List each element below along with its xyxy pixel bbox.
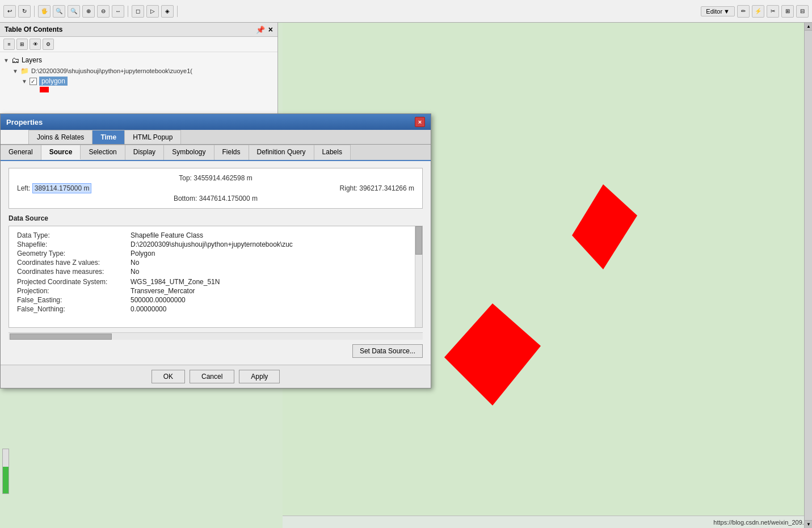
tab-html-popup[interactable]: HTML Popup	[125, 130, 181, 144]
dialog-buttons: OK Cancel Apply	[1, 365, 431, 388]
scroll-up-button[interactable]: ▲	[805, 23, 812, 31]
toolbar-edit-1[interactable]: ✏	[737, 5, 750, 18]
table-of-contents-panel: Table Of Contents 📌 × ≡ ⊞ 👁 ⚙ ▼ 🗂 Layers…	[0, 23, 278, 119]
toc-btn-grid[interactable]: ⊞	[16, 39, 28, 50]
editor-label: Editor	[706, 8, 722, 15]
datasource-scrollbar-thumb[interactable]	[415, 226, 422, 255]
toolbar-btn-8[interactable]: ↔	[112, 5, 124, 18]
ok-button[interactable]: OK	[152, 370, 185, 383]
toc-btn-list[interactable]: ≡	[3, 39, 15, 50]
tab-display[interactable]: Display	[125, 145, 164, 160]
toolbar-edit-2[interactable]: ⚡	[752, 5, 764, 18]
map-polygon-2	[441, 301, 544, 408]
toc-symbol-row	[40, 86, 274, 93]
editor-button[interactable]: Editor ▼	[701, 6, 735, 16]
toolbar-edit-5[interactable]: ⊟	[796, 5, 809, 18]
toolbar-btn-9[interactable]: ◻	[132, 5, 144, 18]
layer-name[interactable]: polygon	[39, 77, 68, 86]
datasource-cell-label-0: Data Type:	[15, 231, 128, 240]
tab-source[interactable]: Source	[41, 145, 81, 160]
extent-bottom: Bottom: 3447614.175000 m	[150, 195, 281, 202]
dialog-close-button[interactable]: ×	[415, 117, 425, 127]
extent-top-label: Top:	[179, 174, 192, 182]
datasource-cell-label-8: False_Easting:	[15, 295, 128, 305]
map-polygon-1	[566, 181, 640, 272]
toolbar-btn-6[interactable]: ⊕	[82, 5, 95, 18]
toc-content: ▼ 🗂 Layers ▼ 📁 D:\20200309\shujushouji\p…	[0, 52, 277, 95]
progress-bar-fill	[3, 467, 9, 493]
cancel-button[interactable]: Cancel	[190, 370, 234, 383]
toolbar-btn-11[interactable]: ◈	[161, 5, 174, 18]
toolbar-edit-3[interactable]: ✂	[767, 5, 779, 18]
datasource-scrollbar[interactable]	[415, 226, 422, 327]
toc-header: Table Of Contents 📌 ×	[0, 23, 277, 37]
status-bar: https://blog.csdn.net/weixin_209...	[283, 516, 812, 528]
extent-top-value: 3455914.462598 m	[193, 174, 252, 182]
datasource-row-9: False_Northing:0.00000000	[15, 305, 416, 314]
layers-expand-icon[interactable]: ▼	[3, 57, 9, 64]
scroll-down-button[interactable]: ▼	[805, 520, 812, 528]
data-source-section: Data Source Data Type:Shapefile Feature …	[9, 214, 423, 358]
datasource-title: Data Source	[9, 214, 423, 222]
tab-row-2: General Source Selection Display Symbolo…	[1, 145, 431, 161]
dialog-title: Properties	[6, 118, 43, 126]
general-tab-placeholder	[1, 130, 29, 144]
folder-path: D:\20200309\shujushouji\python+jupyterno…	[31, 67, 192, 74]
datasource-cell-value-1: D:\20200309\shujushouji\python+jupyterno…	[128, 240, 416, 249]
layers-folder-icon: 🗂	[11, 56, 19, 65]
tab-fields[interactable]: Fields	[214, 145, 249, 160]
datasource-row-8: False_Easting:500000.00000000	[15, 295, 416, 305]
folder-icon: 📁	[20, 67, 29, 75]
extent-left: Left: 389114.175000 m	[17, 184, 148, 192]
datasource-box[interactable]: Data Type:Shapefile Feature ClassShapefi…	[9, 226, 423, 328]
extent-left-value: 389114.175000 m	[32, 183, 92, 193]
close-icon: ×	[418, 119, 422, 125]
toc-close-icon[interactable]: ×	[268, 25, 273, 34]
datasource-hscrollbar-thumb[interactable]	[10, 333, 112, 340]
extent-right-label: Right:	[340, 184, 357, 192]
toolbar-btn-3[interactable]: 🖐	[38, 5, 51, 18]
layer-expand-icon[interactable]: ▼	[22, 78, 27, 85]
datasource-row-1: Shapefile:D:\20200309\shujushouji\python…	[15, 240, 416, 249]
toolbar-edit-4[interactable]: ⊞	[781, 5, 794, 18]
extent-bottom-label: Bottom:	[174, 195, 197, 202]
toc-btn-settings[interactable]: ⚙	[43, 39, 54, 50]
tab-joins-relates[interactable]: Joins & Relates	[29, 130, 92, 144]
datasource-cell-label-7: Projection:	[15, 286, 128, 295]
toolbar-btn-2[interactable]: ↻	[18, 5, 31, 18]
tab-labels[interactable]: Labels	[314, 145, 351, 160]
layer-symbol	[40, 87, 49, 92]
set-datasource-button[interactable]: Set Data Source...	[352, 344, 423, 358]
datasource-cell-value-2: Polygon	[128, 249, 416, 258]
extent-bottom-value: 3447614.175000 m	[199, 195, 258, 202]
dialog-titlebar: Properties ×	[1, 114, 431, 130]
tab-time[interactable]: Time	[92, 130, 125, 144]
datasource-cell-value-3: No	[128, 258, 416, 267]
toolbar-btn-10[interactable]: ▷	[146, 5, 159, 18]
folder-expand-icon[interactable]: ▼	[12, 68, 18, 74]
datasource-cell-label-6: Projected Coordinate System:	[15, 277, 128, 286]
svg-marker-0	[572, 184, 637, 269]
apply-button[interactable]: Apply	[239, 370, 280, 383]
main-toolbar: ↩ ↻ 🖐 🔍 🔍 ⊕ ⊖ ↔ ◻ ▷ ◈ Editor ▼ ✏ ⚡ ✂ ⊞ ⊟	[0, 0, 812, 23]
datasource-row-3: Coordinates have Z values:No	[15, 258, 416, 267]
set-datasource-wrapper: Set Data Source...	[9, 344, 423, 358]
tab-selection[interactable]: Selection	[81, 145, 125, 160]
toc-pin-icon[interactable]: 📌	[256, 26, 265, 34]
screen-scrollbar[interactable]: ▲ ▼	[804, 23, 812, 528]
datasource-wrapper: Data Type:Shapefile Feature ClassShapefi…	[9, 226, 423, 340]
toc-btn-eye[interactable]: 👁	[30, 39, 41, 50]
tab-definition-query[interactable]: Definition Query	[249, 145, 314, 160]
tab-symbology[interactable]: Symbology	[164, 145, 214, 160]
tab-general[interactable]: General	[1, 145, 41, 160]
datasource-cell-value-8: 500000.00000000	[128, 295, 416, 305]
extent-section: Top: 3455914.462598 m Left: 389114.17500…	[9, 168, 423, 209]
layer-checkbox[interactable]	[30, 78, 37, 85]
toolbar-btn-4[interactable]: 🔍	[53, 5, 65, 18]
toolbar-btn-1[interactable]: ↩	[3, 5, 16, 18]
datasource-hscrollbar[interactable]	[9, 332, 423, 340]
toolbar-btn-5[interactable]: 🔍	[68, 5, 80, 18]
datasource-row-7: Projection:Transverse_Mercator	[15, 286, 416, 295]
datasource-cell-label-9: False_Northing:	[15, 305, 128, 314]
toolbar-btn-7[interactable]: ⊖	[97, 5, 110, 18]
